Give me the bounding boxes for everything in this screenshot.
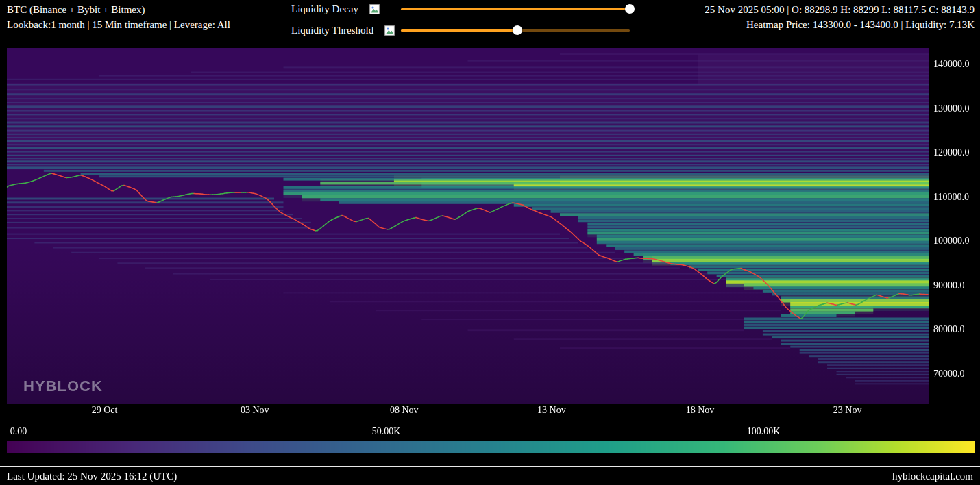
liquidity-decay-slider-fill [401,8,630,10]
liquidation-heatmap-app: BTC (Binance + Bybit + Bitmex) Lookback:… [0,0,980,485]
colorbar-label: 50.00K [372,426,401,437]
broken-image-icon [369,4,380,14]
colorbar-label: 100.00K [747,426,781,437]
x-axis-tick: 03 Nov [241,405,269,416]
y-axis-tick: 90000.0 [933,280,965,291]
liquidity-threshold-slider-fill [401,29,517,32]
ohlc-info: 25 Nov 2025 05:00 | O: 88298.9 H: 88299 … [705,2,975,32]
hyblock-watermark: HYBLOCK [23,377,103,395]
x-axis-tick: 13 Nov [537,405,566,416]
liquidity-threshold-control: Liquidity Threshold [291,23,395,38]
broken-image-icon [384,25,395,36]
y-axis-tick: 130000.0 [933,103,970,114]
instrument-title: BTC (Binance + Bybit + Bitmex) [7,2,230,17]
y-axis-tick: 80000.0 [933,324,965,335]
colorbar-label: 0.00 [10,426,27,437]
colorbar-canvas [7,441,975,453]
liquidity-decay-slider[interactable] [401,8,630,10]
y-axis-tick: 70000.0 [933,369,965,380]
x-axis-tick: 08 Nov [390,405,419,416]
ohlc-line: 25 Nov 2025 05:00 | O: 88298.9 H: 88299 … [705,2,975,17]
y-axis-tick: 100000.0 [933,236,970,247]
heatmap-cursor-info: Heatmap Price: 143300.0 - 143400.0 | Liq… [705,17,975,32]
liquidity-threshold-label: Liquidity Threshold [291,25,373,36]
y-axis-tick: 140000.0 [933,59,970,70]
x-axis-tick: 29 Oct [92,405,118,416]
instrument-settings: Lookback:1 month | 15 Min timeframe | Le… [7,17,230,32]
liquidity-threshold-slider[interactable] [401,29,630,32]
last-updated-text: Last Updated: 25 Nov 2025 16:12 (UTC) [7,471,177,482]
x-axis-tick: 18 Nov [686,405,715,416]
x-axis-tick: 23 Nov [833,405,862,416]
liquidity-decay-control: Liquidity Decay [291,2,380,17]
liquidity-decay-label: Liquidity Decay [291,3,358,14]
y-axis-tick: 120000.0 [933,147,970,158]
y-axis-tick: 110000.0 [933,192,969,203]
heatmap-canvas[interactable] [7,48,929,404]
liquidity-decay-slider-handle[interactable] [625,4,635,14]
site-link[interactable]: hyblockcapital.com [892,471,973,482]
instrument-info: BTC (Binance + Bybit + Bitmex) Lookback:… [7,2,230,32]
liquidity-threshold-slider-handle[interactable] [513,25,522,35]
footer: Last Updated: 25 Nov 2025 16:12 (UTC) hy… [0,466,980,485]
